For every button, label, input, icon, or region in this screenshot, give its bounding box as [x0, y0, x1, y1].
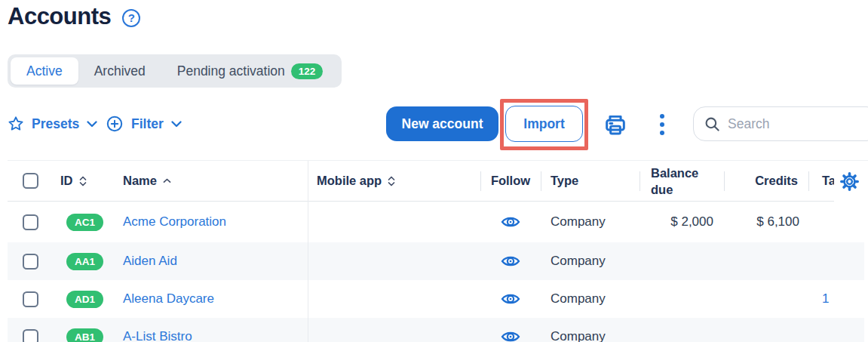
table-header-row: ID Name Mobile app Foll — [8, 161, 868, 202]
follow-eye-icon[interactable] — [501, 292, 520, 306]
filter-label: Filter — [131, 116, 164, 132]
column-header-id[interactable]: ID — [53, 161, 113, 201]
star-icon — [8, 116, 24, 132]
follow-eye-icon[interactable] — [501, 254, 520, 268]
tab-active[interactable]: Active — [11, 57, 78, 85]
new-account-button[interactable]: New account — [386, 106, 498, 141]
print-button[interactable] — [603, 112, 628, 137]
account-name-link[interactable]: Aiden Aid — [123, 254, 177, 269]
id-badge: AD1 — [66, 291, 103, 308]
follow-eye-icon[interactable] — [501, 330, 520, 342]
presets-dropdown[interactable]: Presets — [8, 106, 97, 141]
account-name-link[interactable]: Acme Corporation — [123, 214, 226, 230]
column-header-credits[interactable]: Credits — [724, 161, 808, 201]
gear-icon — [839, 171, 860, 192]
tab-bar: Active Archived Pending activation 122 — [8, 54, 342, 88]
sort-icon — [388, 175, 395, 187]
help-icon[interactable]: ? — [122, 9, 140, 27]
select-all-checkbox[interactable] — [23, 173, 38, 189]
chevron-down-icon — [87, 121, 97, 128]
pending-count-badge: 122 — [291, 63, 324, 79]
kebab-menu-icon[interactable] — [654, 110, 670, 139]
row-checkbox[interactable] — [23, 214, 38, 230]
name-column-divider — [308, 161, 308, 342]
id-badge: AB1 — [66, 328, 103, 342]
table-row: AD1 Aleena Daycare Company 1 — [8, 280, 868, 318]
plus-circle-icon — [106, 115, 124, 133]
account-type: Company — [551, 329, 606, 342]
printer-icon — [603, 112, 628, 137]
accounts-table: ID Name Mobile app Foll — [8, 160, 868, 342]
row-checkbox[interactable] — [23, 254, 38, 270]
tab-pending-activation[interactable]: Pending activation 122 — [161, 57, 339, 85]
column-header-type[interactable]: Type — [541, 161, 639, 201]
account-name-link[interactable]: Aleena Daycare — [123, 291, 214, 307]
balance-due-value: $ 2,000 — [670, 214, 713, 230]
sort-icon — [79, 175, 87, 187]
id-badge: AA1 — [66, 253, 103, 270]
column-header-mobile-app[interactable]: Mobile app — [308, 161, 480, 201]
page-title: Accounts — [8, 3, 111, 30]
right-edge-gutter — [864, 161, 868, 342]
column-header-name[interactable]: Name — [113, 161, 308, 201]
account-type: Company — [551, 254, 606, 269]
row-checkbox[interactable] — [23, 329, 38, 342]
sort-asc-icon — [163, 178, 171, 183]
column-header-follow[interactable]: Follow — [480, 161, 541, 201]
tab-label: Pending activation — [177, 63, 285, 79]
account-type: Company — [551, 291, 606, 307]
tab-label: Archived — [94, 63, 146, 79]
search-icon — [704, 116, 720, 132]
search-box[interactable] — [693, 106, 868, 141]
chevron-down-icon — [171, 121, 182, 128]
table-row: AA1 Aiden Aid Company — [8, 242, 868, 280]
credits-value: $ 6,100 — [756, 214, 799, 230]
column-header-balance-due[interactable]: Balance due — [639, 161, 724, 201]
search-input[interactable] — [728, 116, 868, 132]
tab-archived[interactable]: Archived — [78, 57, 161, 85]
follow-eye-icon[interactable] — [501, 215, 520, 229]
tab-label: Active — [26, 63, 63, 79]
account-name-link[interactable]: A-List Bistro — [123, 329, 192, 342]
column-settings-button[interactable] — [834, 161, 864, 202]
filter-dropdown[interactable]: Filter — [106, 106, 182, 141]
table-row: AC1 Acme Corporation Company $ 2,000 $ 6… — [8, 202, 868, 242]
id-badge: AC1 — [66, 214, 103, 231]
row-checkbox[interactable] — [23, 291, 38, 307]
page-header: Accounts ? — [8, 3, 140, 30]
account-type: Company — [551, 214, 606, 230]
import-button[interactable]: Import — [505, 106, 583, 142]
table-row: AB1 A-List Bistro Company — [8, 318, 868, 342]
tags-value[interactable]: 1 — [822, 291, 829, 307]
presets-label: Presets — [32, 116, 79, 132]
